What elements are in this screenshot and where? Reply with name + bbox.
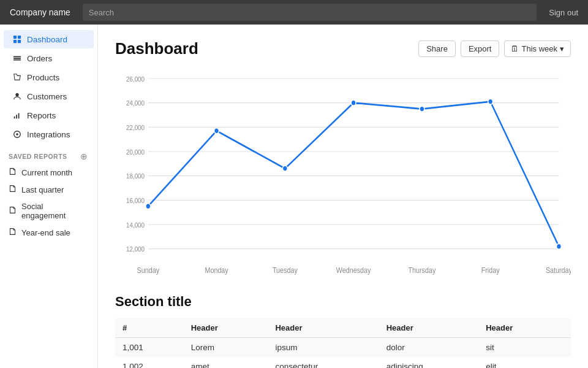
sidebar-item-products[interactable]: Products bbox=[4, 68, 94, 86]
svg-rect-5 bbox=[13, 58, 21, 59]
sidebar: DashboardOrdersProductsCustomersReportsI… bbox=[0, 25, 98, 368]
table-cell: elit bbox=[478, 357, 571, 368]
svg-text:Tuesday: Tuesday bbox=[273, 266, 298, 275]
sidebar-item-label: Products bbox=[27, 73, 59, 82]
svg-point-12 bbox=[16, 133, 18, 136]
svg-rect-6 bbox=[13, 59, 21, 61]
table-header: Header bbox=[478, 318, 571, 338]
data-table: #HeaderHeaderHeaderHeader 1,001Loremipsu… bbox=[115, 318, 571, 368]
sidebar-item-label: Orders bbox=[27, 54, 52, 63]
file-icon bbox=[9, 206, 17, 216]
table-cell: amet bbox=[184, 357, 268, 368]
svg-text:Sunday: Sunday bbox=[137, 266, 160, 275]
svg-rect-9 bbox=[16, 115, 17, 118]
table-body: 1,001Loremipsumdolorsit1,002ametconsecte… bbox=[115, 338, 571, 369]
table-row: 1,002ametconsecteturadipiscingelit bbox=[115, 357, 571, 368]
svg-text:16,000: 16,000 bbox=[126, 196, 145, 204]
saved-reports-list: Current monthLast quarterSocial engageme… bbox=[0, 164, 97, 241]
table-head: #HeaderHeaderHeaderHeader bbox=[115, 318, 571, 338]
main-content: Dashboard Share Export 🗓 This week ▾ 12,… bbox=[98, 25, 588, 368]
saved-report-label: Year-end sale bbox=[21, 228, 70, 237]
sidebar-item-customers[interactable]: Customers bbox=[4, 87, 94, 105]
sidebar-item-dashboard[interactable]: Dashboard bbox=[4, 30, 94, 48]
sidebar-nav: DashboardOrdersProductsCustomersReportsI… bbox=[0, 29, 97, 144]
share-button[interactable]: Share bbox=[418, 40, 456, 57]
export-button[interactable]: Export bbox=[461, 40, 500, 57]
table-cell: dolor bbox=[379, 338, 478, 358]
svg-text:Saturday: Saturday bbox=[546, 266, 571, 275]
integrations-icon bbox=[12, 129, 22, 139]
add-saved-report-button[interactable]: ⊕ bbox=[79, 151, 89, 161]
svg-point-40 bbox=[420, 106, 424, 112]
saved-report-current-month[interactable]: Current month bbox=[0, 164, 97, 181]
signout-button[interactable]: Sign out bbox=[549, 8, 578, 17]
topbar: Company name Sign out bbox=[0, 0, 588, 25]
orders-icon bbox=[12, 53, 22, 63]
this-week-button[interactable]: 🗓 This week ▾ bbox=[504, 40, 571, 57]
this-week-label: This week bbox=[521, 44, 557, 53]
table-header: # bbox=[115, 318, 184, 338]
saved-reports-label: Saved Reports bbox=[9, 153, 67, 160]
svg-rect-10 bbox=[18, 113, 20, 119]
saved-report-label: Last quarter bbox=[21, 185, 64, 194]
table-cell: ipsum bbox=[268, 338, 379, 358]
svg-text:Friday: Friday bbox=[481, 266, 500, 275]
saved-reports-section: Saved Reports ⊕ bbox=[0, 144, 97, 164]
svg-text:18,000: 18,000 bbox=[126, 172, 145, 180]
svg-text:14,000: 14,000 bbox=[126, 221, 145, 229]
chevron-down-icon: ▾ bbox=[560, 44, 564, 53]
svg-text:Monday: Monday bbox=[205, 266, 228, 275]
svg-point-39 bbox=[351, 100, 356, 105]
dashboard-header: Dashboard Share Export 🗓 This week ▾ bbox=[115, 39, 571, 58]
chart-container: 12,00014,00016,00018,00020,00022,00024,0… bbox=[115, 68, 571, 277]
file-icon bbox=[9, 228, 17, 237]
svg-text:Wednesday: Wednesday bbox=[336, 266, 371, 275]
svg-rect-4 bbox=[13, 56, 21, 58]
table-cell: sit bbox=[478, 338, 571, 358]
svg-text:24,000: 24,000 bbox=[126, 99, 145, 107]
line-chart: 12,00014,00016,00018,00020,00022,00024,0… bbox=[115, 68, 571, 277]
page-title: Dashboard bbox=[115, 39, 198, 58]
saved-report-label: Current month bbox=[21, 168, 72, 177]
svg-text:20,000: 20,000 bbox=[126, 148, 145, 156]
svg-point-42 bbox=[557, 243, 562, 249]
svg-point-36 bbox=[146, 204, 151, 209]
layout: DashboardOrdersProductsCustomersReportsI… bbox=[0, 25, 588, 368]
dashboard-actions: Share Export 🗓 This week ▾ bbox=[418, 40, 571, 57]
reports-icon bbox=[12, 110, 22, 120]
svg-point-37 bbox=[214, 128, 219, 134]
customers-icon bbox=[12, 91, 22, 101]
svg-text:Thursday: Thursday bbox=[408, 266, 435, 275]
table-cell: Lorem bbox=[184, 338, 268, 358]
sidebar-item-reports[interactable]: Reports bbox=[4, 106, 94, 125]
svg-rect-8 bbox=[14, 117, 15, 119]
calendar-icon: 🗓 bbox=[511, 44, 519, 53]
svg-text:26,000: 26,000 bbox=[126, 75, 145, 83]
svg-point-38 bbox=[282, 166, 287, 171]
table-cell: consectetur bbox=[268, 357, 379, 368]
svg-rect-3 bbox=[18, 40, 21, 43]
section-title: Section title bbox=[115, 294, 571, 310]
company-name: Company name bbox=[10, 7, 70, 17]
table-header: Header bbox=[184, 318, 268, 338]
svg-point-7 bbox=[15, 93, 18, 96]
search-input[interactable] bbox=[83, 4, 537, 21]
table-cell: 1,001 bbox=[115, 338, 184, 358]
table-header: Header bbox=[379, 318, 478, 338]
svg-text:12,000: 12,000 bbox=[126, 245, 145, 253]
table-row: 1,001Loremipsumdolorsit bbox=[115, 338, 571, 358]
sidebar-item-orders[interactable]: Orders bbox=[4, 49, 94, 67]
sidebar-item-integrations[interactable]: Integrations bbox=[4, 125, 94, 144]
svg-point-41 bbox=[488, 99, 493, 104]
saved-report-year-end-sale[interactable]: Year-end sale bbox=[0, 224, 97, 241]
table-cell: adipiscing bbox=[379, 357, 478, 368]
sidebar-item-label: Dashboard bbox=[27, 35, 67, 44]
saved-report-social-engagement[interactable]: Social engagement bbox=[0, 198, 97, 224]
dashboard-icon bbox=[12, 34, 22, 44]
file-icon bbox=[9, 167, 17, 177]
products-icon bbox=[12, 72, 22, 82]
svg-text:22,000: 22,000 bbox=[126, 123, 145, 131]
sidebar-item-label: Reports bbox=[27, 111, 56, 120]
saved-report-last-quarter[interactable]: Last quarter bbox=[0, 181, 97, 198]
svg-rect-2 bbox=[13, 40, 17, 43]
